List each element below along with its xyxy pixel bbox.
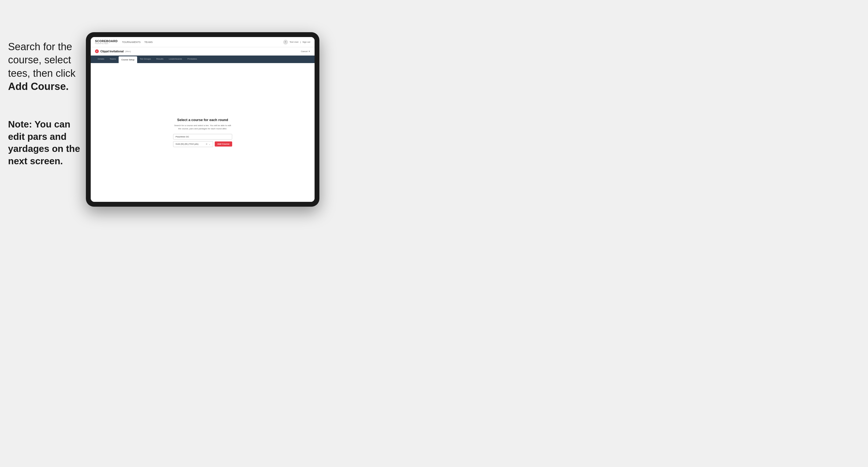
note-line1: Note: You can — [8, 119, 70, 129]
course-search-input[interactable] — [173, 134, 232, 139]
user-avatar: T — [283, 40, 288, 44]
top-nav: SCOREBOARD Powered by clippd TOURNAMENTS… — [91, 37, 315, 47]
add-course-button[interactable]: Add Course — [215, 142, 232, 147]
annotation-line1: Search for the — [8, 41, 72, 52]
tee-dropdown[interactable]: Gold (M) (M) (7010 yds) ✕ ⌄ — [173, 141, 213, 147]
dropdown-icon[interactable]: ⌄ — [209, 143, 211, 146]
clear-icon[interactable]: ✕ — [206, 143, 208, 146]
tab-teams[interactable]: Teams — [107, 56, 119, 63]
user-name: Test User — [289, 41, 299, 43]
avatar-initial: T — [285, 41, 286, 43]
course-select-title: Select a course for each round — [177, 118, 228, 122]
nav-right: T Test User | Sign out — [283, 40, 310, 44]
note-line2: edit pars and — [8, 131, 67, 142]
tournament-icon: C — [95, 50, 99, 53]
course-select-description: Search for a course and select a tee. Yo… — [173, 124, 232, 130]
annotation-line2: course, select — [8, 54, 71, 65]
note-line4: next screen. — [8, 156, 63, 166]
tab-results[interactable]: Results — [154, 56, 166, 63]
tab-leaderboards[interactable]: Leaderboards — [166, 56, 185, 63]
cancel-button[interactable]: Cancel ✕ — [301, 50, 310, 53]
main-content: Select a course for each round Search fo… — [91, 63, 315, 202]
nav-tournaments[interactable]: TOURNAMENTS — [122, 41, 141, 43]
nav-left: SCOREBOARD Powered by clippd TOURNAMENTS… — [95, 40, 153, 44]
annotation-bold: Add Course. — [8, 81, 69, 92]
tablet-screen: SCOREBOARD Powered by clippd TOURNAMENTS… — [91, 37, 315, 202]
tournament-gender: (Men) — [125, 50, 131, 53]
logo: SCOREBOARD Powered by clippd — [95, 40, 118, 44]
note-line3: yardages on the — [8, 143, 80, 154]
tournament-header: C Clippd Invitational (Men) Cancel ✕ — [91, 47, 315, 56]
annotation-note: Note: You can edit pars and yardages on … — [8, 118, 86, 167]
tab-tee-groups[interactable]: Tee Groups — [137, 56, 154, 63]
tab-details[interactable]: Details — [95, 56, 107, 63]
tablet-frame: SCOREBOARD Powered by clippd TOURNAMENTS… — [86, 32, 319, 207]
logo-sub: Powered by clippd — [95, 43, 118, 44]
nav-separator: | — [300, 41, 301, 43]
nav-links: TOURNAMENTS TEAMS — [122, 41, 152, 43]
annotation-line3: tees, then click — [8, 68, 75, 79]
tournament-name: Clippd Invitational — [100, 50, 124, 53]
tab-course-setup[interactable]: Course Setup — [119, 56, 137, 63]
tab-printables[interactable]: Printables — [185, 56, 200, 63]
cancel-label: Cancel — [301, 50, 308, 53]
tournament-title: C Clippd Invitational (Men) — [95, 50, 131, 53]
tee-select-row: Gold (M) (M) (7010 yds) ✕ ⌄ Add Course — [173, 141, 232, 147]
tab-nav: Details Teams Course Setup Tee Groups Re… — [91, 56, 315, 63]
cancel-icon: ✕ — [308, 50, 310, 53]
logo-main: SCOREBOARD — [95, 40, 118, 43]
tee-value: Gold (M) (M) (7010 yds) — [176, 143, 198, 145]
nav-teams[interactable]: TEAMS — [145, 41, 153, 43]
annotation-text: Search for the course, select tees, then… — [8, 40, 86, 93]
tee-select-icons: ✕ ⌄ — [206, 143, 211, 146]
tournament-icon-letter: C — [96, 50, 98, 53]
sign-out-link[interactable]: Sign out — [303, 41, 310, 43]
